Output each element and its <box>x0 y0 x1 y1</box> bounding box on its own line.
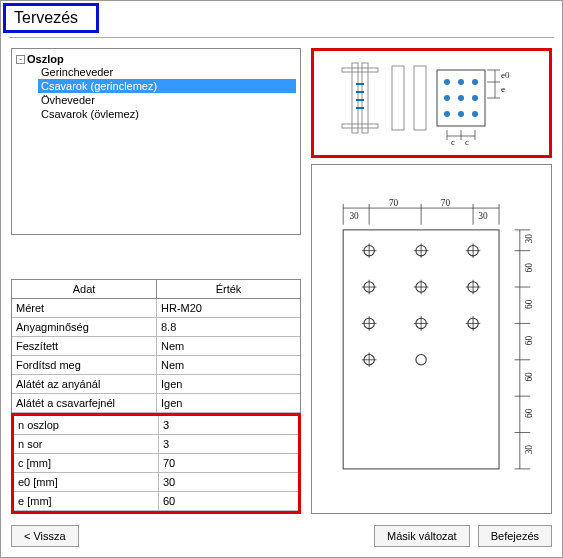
svg-rect-1 <box>362 63 368 133</box>
dim-right-0: 30 <box>524 234 534 244</box>
row-e0[interactable]: e0 [mm]30 <box>14 473 298 492</box>
col-header-ertek: Érték <box>157 280 300 298</box>
row-anyagminoseg[interactable]: Anyagminőség8.8 <box>12 318 300 337</box>
tree-item-csavarok-ovlemez[interactable]: Csavarok (övlemez) <box>38 107 296 121</box>
dim-label-c1: c <box>451 137 455 147</box>
svg-rect-6 <box>342 68 378 72</box>
svg-rect-9 <box>414 66 426 130</box>
svg-point-66 <box>416 355 426 365</box>
svg-point-12 <box>458 79 464 85</box>
svg-point-14 <box>444 95 450 101</box>
svg-point-15 <box>458 95 464 101</box>
dim-top-1: 70 <box>389 198 399 208</box>
row-feszitett[interactable]: FeszítettNem <box>12 337 300 356</box>
svg-rect-8 <box>392 66 404 130</box>
tree-root-oszlop[interactable]: Oszlop <box>27 53 64 65</box>
row-n-oszlop[interactable]: n oszlop3 <box>14 416 298 435</box>
dim-label-c2: c <box>465 137 469 147</box>
row-alatet-csavarfejnel[interactable]: Alátét a csavarfejnélIgen <box>12 394 300 413</box>
tree-item-csavarok-gerinclemez[interactable]: Csavarok (gerinclemez) <box>38 79 296 93</box>
row-c[interactable]: c [mm]70 <box>14 454 298 473</box>
row-n-sor[interactable]: n sor3 <box>14 435 298 454</box>
property-table-upper: Adat Érték MéretHR-M20 Anyagminőség8.8 F… <box>11 279 301 413</box>
preview-plate-layout: 30 70 70 30 <box>311 164 552 514</box>
preview-side-view: e0 e c c <box>311 48 552 158</box>
dim-top-0: 30 <box>349 212 359 222</box>
svg-rect-35 <box>343 230 499 469</box>
dim-right-6: 30 <box>524 445 534 455</box>
dim-right-3: 60 <box>524 336 534 346</box>
svg-rect-7 <box>342 124 378 128</box>
svg-point-19 <box>472 111 478 117</box>
dim-right-2: 60 <box>524 299 534 309</box>
row-e[interactable]: e [mm]60 <box>14 492 298 511</box>
svg-point-11 <box>444 79 450 85</box>
dim-top-3: 30 <box>478 212 488 222</box>
col-header-adat: Adat <box>12 280 157 298</box>
svg-point-18 <box>458 111 464 117</box>
tree-item-ovheveder[interactable]: Övheveder <box>38 93 296 107</box>
another-variant-button[interactable]: Másik változat <box>374 525 470 547</box>
tree-item-gerincheveder[interactable]: Gerincheveder <box>38 65 296 79</box>
back-button[interactable]: < Vissza <box>11 525 79 547</box>
dim-right-1: 60 <box>524 263 534 273</box>
dim-top-2: 70 <box>441 198 451 208</box>
row-alatet-anyanal[interactable]: Alátét az anyánálIgen <box>12 375 300 394</box>
svg-rect-0 <box>352 63 358 133</box>
row-meret[interactable]: MéretHR-M20 <box>12 299 300 318</box>
tree-collapse-icon[interactable]: - <box>16 55 25 64</box>
dim-label-e: e <box>501 84 505 94</box>
svg-point-17 <box>444 111 450 117</box>
dim-label-e0: e0 <box>501 70 510 80</box>
tree-view: - Oszlop Gerincheveder Csavarok (gerincl… <box>11 48 301 235</box>
property-table-highlighted: n oszlop3 n sor3 c [mm]70 e0 [mm]30 e [m… <box>11 413 301 514</box>
dim-right-5: 60 <box>524 408 534 418</box>
page-title: Tervezés <box>3 3 99 33</box>
svg-point-16 <box>472 95 478 101</box>
dim-right-4: 60 <box>524 372 534 382</box>
svg-point-13 <box>472 79 478 85</box>
row-forditsd-meg[interactable]: Fordítsd megNem <box>12 356 300 375</box>
finish-button[interactable]: Befejezés <box>478 525 552 547</box>
